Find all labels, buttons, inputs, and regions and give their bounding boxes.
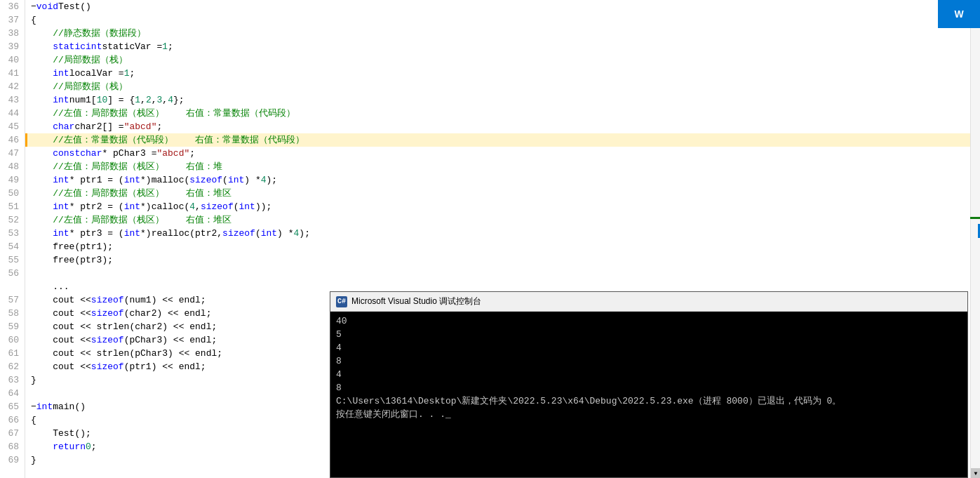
code-line: int* ptr1 = (int*)malloc(sizeof(int) * 4… bbox=[28, 173, 980, 187]
code-line: //左值：常量数据（代码段） 右值：常量数据（代码段） bbox=[25, 133, 980, 147]
vs-logo: W bbox=[938, 0, 980, 28]
code-line: int localVar = 1; bbox=[28, 67, 980, 80]
line-number: 68 bbox=[6, 440, 19, 453]
line-number: 49 bbox=[6, 173, 19, 187]
console-output-line: 4 bbox=[336, 368, 962, 381]
console-prompt-line: 按任意键关闭此窗口. . ._ bbox=[336, 408, 962, 421]
scroll-down-arrow[interactable]: ▼ bbox=[971, 468, 980, 478]
line-number: 57 bbox=[6, 293, 19, 307]
console-titlebar: C# Microsoft Visual Studio 调试控制台 bbox=[330, 292, 967, 312]
line-number bbox=[6, 280, 19, 293]
console-window[interactable]: C# Microsoft Visual Studio 调试控制台 4054848… bbox=[330, 291, 968, 478]
code-line: //左值：局部数据（栈区） 右值：堆区 bbox=[28, 213, 980, 227]
code-line: static int staticVar = 1; bbox=[28, 40, 980, 53]
line-number: 45 bbox=[6, 120, 19, 133]
line-number: 54 bbox=[6, 240, 19, 253]
line-number: 52 bbox=[6, 213, 19, 227]
line-number: 60 bbox=[6, 333, 19, 347]
code-line: free(ptr3); bbox=[28, 253, 980, 267]
code-line: int num1[10] = { 1, 2, 3, 4 }; bbox=[28, 93, 980, 107]
line-number: 38 bbox=[6, 27, 19, 40]
full-page: 3637383940414243444546474849505152535455… bbox=[0, 0, 980, 478]
logo-text: W bbox=[954, 8, 963, 20]
console-output-line: 40 bbox=[336, 314, 962, 328]
line-number: 61 bbox=[6, 347, 19, 360]
line-number: 56 bbox=[6, 267, 19, 280]
code-line: //左值：局部数据（栈区） 右值：堆 bbox=[28, 160, 980, 173]
code-line: const char* pChar3 = "abcd"; bbox=[28, 147, 980, 160]
console-body: 4054848C:\Users\13614\Desktop\新建文件夹\2022… bbox=[330, 312, 967, 477]
line-number: 43 bbox=[6, 93, 19, 107]
line-number: 39 bbox=[6, 40, 19, 53]
code-editor[interactable]: 3637383940414243444546474849505152535455… bbox=[0, 0, 980, 478]
code-line: −void Test() bbox=[28, 0, 980, 13]
console-output-line: 8 bbox=[336, 354, 962, 368]
line-number: 67 bbox=[6, 427, 19, 440]
console-output-line: 8 bbox=[336, 381, 962, 394]
code-line: int* ptr3 = (int*)realloc(ptr2, sizeof(i… bbox=[28, 227, 980, 240]
line-number: 44 bbox=[6, 107, 19, 120]
code-line: char char2[] = "abcd"; bbox=[28, 120, 980, 133]
code-line: //静态数据（数据段） bbox=[28, 27, 980, 40]
line-number: 53 bbox=[6, 227, 19, 240]
code-line: //局部数据（栈） bbox=[28, 53, 980, 67]
line-number: 40 bbox=[6, 53, 19, 67]
line-number: 59 bbox=[6, 320, 19, 333]
line-number: 46 bbox=[6, 133, 19, 147]
code-line: int* ptr2 = (int*)calloc(4, sizeof(int))… bbox=[28, 200, 980, 213]
line-number: 51 bbox=[6, 200, 19, 213]
code-line: { bbox=[28, 13, 980, 27]
line-number: 62 bbox=[6, 360, 19, 373]
line-number: 58 bbox=[6, 307, 19, 320]
console-path-line: C:\Users\13614\Desktop\新建文件夹\2022.5.23\x… bbox=[336, 394, 962, 408]
line-number: 37 bbox=[6, 13, 19, 27]
console-output-line: 5 bbox=[336, 328, 962, 341]
line-numbers: 3637383940414243444546474849505152535455… bbox=[0, 0, 25, 478]
code-line: //左值：局部数据（栈区） 右值：堆区 bbox=[28, 187, 980, 200]
line-number: 55 bbox=[6, 253, 19, 267]
scroll-indicator-2 bbox=[970, 217, 980, 219]
line-number: 65 bbox=[6, 400, 19, 413]
line-number: 50 bbox=[6, 187, 19, 200]
line-number: 42 bbox=[6, 80, 19, 93]
code-line: //局部数据（栈） bbox=[28, 80, 980, 93]
console-title: Microsoft Visual Studio 调试控制台 bbox=[351, 296, 481, 307]
line-number: 36 bbox=[6, 0, 19, 13]
line-number: 47 bbox=[6, 147, 19, 160]
console-icon: C# bbox=[336, 296, 347, 307]
line-number: 48 bbox=[6, 160, 19, 173]
code-line bbox=[28, 267, 980, 280]
minimap-scrollbar[interactable]: ▲ ▼ bbox=[970, 0, 980, 478]
line-number: 41 bbox=[6, 67, 19, 80]
console-icon-label: C# bbox=[337, 298, 346, 305]
line-number: 64 bbox=[6, 387, 19, 400]
line-number: 63 bbox=[6, 373, 19, 387]
console-output-line: 4 bbox=[336, 341, 962, 354]
code-line: free(ptr1); bbox=[28, 240, 980, 253]
line-number: 66 bbox=[6, 413, 19, 427]
code-line: //左值：局部数据（栈区） 右值：常量数据（代码段） bbox=[28, 107, 980, 120]
line-number: 69 bbox=[6, 453, 19, 467]
